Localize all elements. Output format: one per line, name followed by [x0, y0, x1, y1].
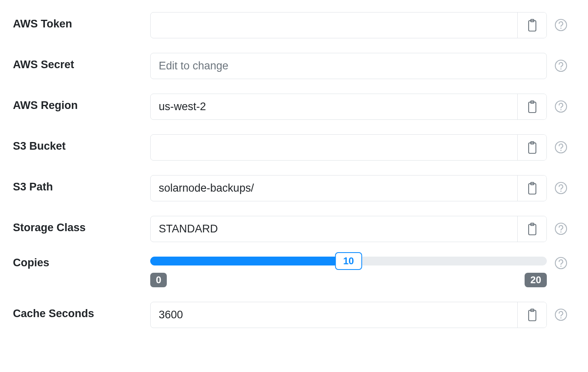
label-s3-path: S3 Path	[13, 181, 53, 193]
slider-fill	[150, 257, 349, 265]
clipboard-button-aws-region[interactable]	[517, 94, 546, 119]
input-group-cache-seconds	[150, 302, 547, 328]
clipboard-button-s3-bucket[interactable]	[517, 135, 546, 160]
clipboard-button-aws-token[interactable]	[517, 13, 546, 38]
input-group-aws-token	[150, 12, 547, 38]
input-storage-class[interactable]	[151, 216, 517, 242]
input-cache-seconds[interactable]	[151, 302, 517, 328]
row-cache-seconds: Cache Seconds	[13, 302, 575, 328]
help-icon[interactable]	[554, 100, 567, 113]
input-group-s3-bucket	[150, 134, 547, 161]
row-copies: Copies 10 0 20	[13, 257, 575, 287]
slider-copies[interactable]: 10 0 20	[150, 257, 547, 287]
label-aws-secret: AWS Secret	[13, 59, 74, 71]
slider-track[interactable]: 10	[150, 257, 547, 265]
row-s3-path: S3 Path	[13, 175, 575, 201]
help-icon[interactable]	[554, 222, 567, 235]
row-storage-class: Storage Class	[13, 216, 575, 242]
input-group-aws-region	[150, 94, 547, 120]
label-storage-class: Storage Class	[13, 222, 86, 234]
clipboard-icon	[527, 182, 538, 195]
clipboard-icon	[527, 19, 538, 32]
slider-min: 0	[150, 273, 167, 287]
input-aws-token[interactable]	[151, 13, 517, 38]
help-icon[interactable]	[554, 257, 567, 270]
slider-thumb[interactable]: 10	[335, 252, 362, 270]
label-cache-seconds: Cache Seconds	[13, 307, 94, 320]
help-icon[interactable]	[554, 308, 567, 321]
label-aws-token: AWS Token	[13, 18, 72, 30]
input-aws-secret[interactable]	[151, 53, 546, 79]
help-icon[interactable]	[554, 19, 567, 31]
label-s3-bucket: S3 Bucket	[13, 140, 66, 152]
input-s3-bucket[interactable]	[151, 135, 517, 160]
help-icon[interactable]	[554, 182, 567, 194]
clipboard-icon	[527, 309, 538, 322]
settings-form: AWS Token AWS Secret	[0, 0, 588, 340]
clipboard-icon	[527, 100, 538, 113]
slider-max: 20	[525, 273, 547, 287]
input-group-storage-class	[150, 216, 547, 242]
row-aws-token: AWS Token	[13, 12, 575, 38]
clipboard-button-s3-path[interactable]	[517, 176, 546, 201]
input-aws-region[interactable]	[151, 94, 517, 119]
input-s3-path[interactable]	[151, 176, 517, 201]
row-s3-bucket: S3 Bucket	[13, 134, 575, 161]
input-group-s3-path	[150, 175, 547, 201]
row-aws-region: AWS Region	[13, 94, 575, 120]
slider-value: 10	[343, 255, 354, 266]
clipboard-icon	[527, 141, 538, 154]
help-icon[interactable]	[554, 59, 567, 72]
label-copies: Copies	[13, 257, 49, 269]
row-aws-secret: AWS Secret	[13, 53, 575, 79]
clipboard-button-cache-seconds[interactable]	[517, 302, 546, 328]
label-aws-region: AWS Region	[13, 99, 78, 111]
clipboard-button-storage-class[interactable]	[517, 216, 546, 242]
clipboard-icon	[527, 223, 538, 236]
help-icon[interactable]	[554, 141, 567, 154]
input-group-aws-secret	[150, 53, 547, 79]
